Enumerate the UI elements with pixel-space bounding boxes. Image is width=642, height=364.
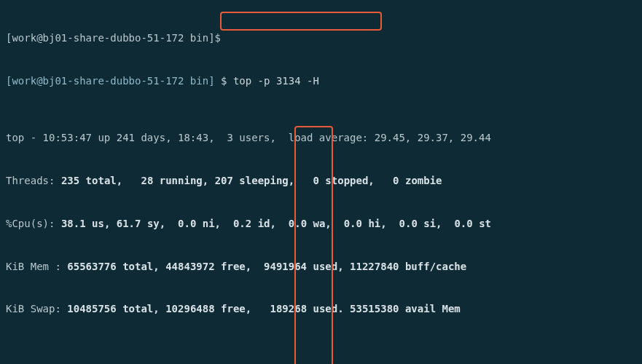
command-text: top -p 3134 -H xyxy=(233,75,319,87)
threads-line: Threads: 235 total, 28 running, 207 slee… xyxy=(6,174,636,189)
terminal-output[interactable]: [work@bj01-share-dubbo-51-172 bin]$ [wor… xyxy=(0,0,642,364)
prompt-line: [work@bj01-share-dubbo-51-172 bin] $ top… xyxy=(6,74,636,89)
swap-line: KiB Swap: 10485756 total, 10296488 free,… xyxy=(6,302,636,317)
prev-prompt: [work@bj01-share-dubbo-51-172 bin]$ xyxy=(6,31,636,46)
mem-line: KiB Mem : 65563776 total, 44843972 free,… xyxy=(6,260,636,274)
cpu-line: %Cpu(s): 38.1 us, 61.7 sy, 0.0 ni, 0.2 i… xyxy=(6,217,636,232)
prompt-dollar xyxy=(215,75,221,87)
prompt-user-host: [work@bj01-share-dubbo-51-172 bin] xyxy=(6,75,215,87)
top-summary-line1: top - 10:53:47 up 241 days, 18:43, 3 use… xyxy=(6,131,636,146)
